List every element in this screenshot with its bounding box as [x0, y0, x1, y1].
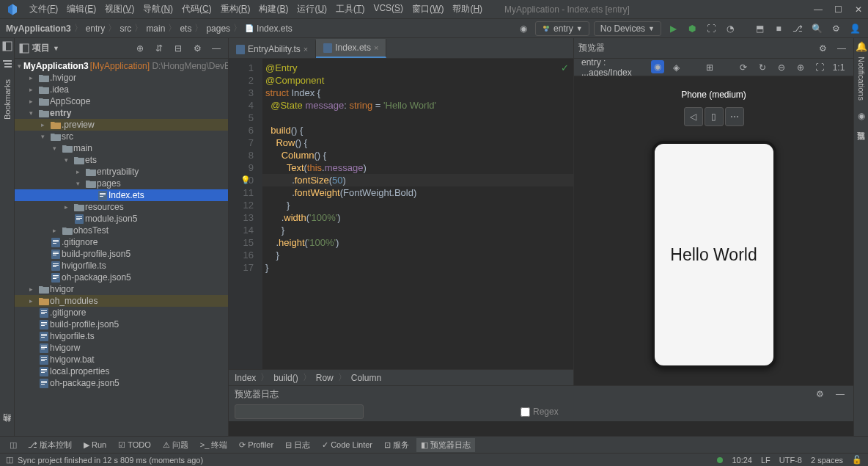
close-button[interactable]: ✕ — [855, 4, 862, 15]
bottom-tab[interactable]: ◧预览器日志 — [416, 438, 475, 452]
bookmarks-tool-button[interactable]: Bookmarks — [3, 76, 12, 123]
code-line[interactable]: .fontWeight(FontWeight.Bold) — [262, 186, 573, 199]
file-encoding[interactable]: UTF-8 — [779, 456, 802, 465]
code-line[interactable]: struct Index { — [262, 87, 573, 99]
target-icon[interactable]: ⊕ — [133, 41, 147, 56]
tree-row[interactable]: build-profile.json5 — [15, 248, 228, 260]
tree-row[interactable]: ▾pages — [15, 178, 228, 189]
structure-tool-icon[interactable] — [2, 59, 12, 69]
close-tab-icon[interactable]: × — [304, 45, 308, 54]
editor-breadcrumb-item[interactable]: Column — [351, 373, 381, 383]
settings-icon[interactable]: ⚙ — [815, 41, 830, 56]
attach-button[interactable]: ⬒ — [752, 21, 767, 36]
vcs-button[interactable]: ⎇ — [790, 21, 805, 36]
rotate-icon[interactable]: ↻ — [755, 60, 770, 75]
fit-icon[interactable]: ⛶ — [812, 60, 827, 75]
run-config-selector[interactable]: entry ▼ — [535, 21, 589, 36]
intention-bulb-icon[interactable]: 💡 — [240, 174, 251, 186]
code-line[interactable]: } — [262, 261, 573, 274]
menu-item[interactable]: 编辑(E) — [62, 1, 100, 17]
indent-setting[interactable]: 2 spaces — [811, 456, 843, 465]
tree-row[interactable]: hvigorw.bat — [15, 354, 228, 365]
breadcrumb-item[interactable]: Index.ets — [257, 23, 293, 34]
editor-breadcrumb-item[interactable]: build() — [273, 373, 298, 383]
zoom-in-icon[interactable]: ⊕ — [793, 60, 808, 75]
structure-tool-button[interactable]: 结构 — [1, 426, 12, 432]
settings-icon[interactable]: ⚙ — [190, 41, 205, 56]
tree-row[interactable]: ▸entryability — [15, 166, 228, 178]
regex-checkbox[interactable]: Regex — [521, 407, 559, 417]
tree-row[interactable]: hvigorw — [15, 342, 228, 354]
bottom-tab[interactable]: ☑TODO — [114, 439, 155, 451]
notifications-tool-button[interactable]: Notifications — [857, 52, 866, 105]
code-line[interactable]: Row() { — [262, 136, 573, 149]
code-line[interactable]: .width('100%') — [262, 211, 573, 224]
tree-root[interactable]: ▾MyApplication3 [MyApplication] D:\HongM… — [15, 60, 228, 72]
minimize-button[interactable]: — — [814, 4, 821, 15]
scale-icon[interactable]: 1:1 — [831, 60, 846, 75]
zoom-out-icon[interactable]: ⊖ — [774, 60, 789, 75]
tree-row[interactable]: hvigorfile.ts — [15, 330, 228, 342]
code-line[interactable]: .height('100%') — [262, 236, 573, 249]
tree-row[interactable]: .gitignore — [15, 307, 228, 318]
code-line[interactable]: 💡 .fontSize(50) — [262, 174, 573, 186]
tree-row[interactable]: module.json5 — [15, 213, 228, 225]
menu-item[interactable]: 运行(U) — [293, 1, 331, 17]
code-line[interactable]: } — [262, 249, 573, 261]
maximize-button[interactable]: ☐ — [834, 4, 842, 15]
breadcrumb-item[interactable]: ets — [180, 23, 191, 34]
code-line[interactable]: build() { — [262, 124, 573, 136]
tree-row[interactable]: ▸.preview — [15, 119, 228, 131]
refresh-icon[interactable]: ⟳ — [736, 60, 751, 75]
tree-row[interactable]: ▾entry — [15, 107, 228, 119]
tree-row[interactable]: ▸oh_modules — [15, 295, 228, 307]
user-button[interactable]: 👤 — [847, 21, 862, 36]
tree-row[interactable]: Index.ets — [15, 189, 228, 201]
stop-button[interactable]: ■ — [771, 21, 786, 36]
editor-code[interactable]: ✓ @Entry@Componentstruct Index { @State … — [262, 59, 573, 369]
code-line[interactable]: Column() { — [262, 149, 573, 161]
orientation-button[interactable]: ▯ — [705, 107, 724, 126]
bottom-tab[interactable]: ⟳Profiler — [235, 439, 278, 451]
code-line[interactable]: @State message: string = 'Hello World' — [262, 99, 573, 112]
editor-breadcrumb-item[interactable]: Row — [316, 373, 334, 383]
menu-item[interactable]: 重构(R) — [216, 1, 255, 17]
menu-item[interactable]: 工具(T) — [331, 1, 369, 17]
code-line[interactable]: @Component — [262, 74, 573, 87]
main-menu[interactable]: 文件(F)编辑(E)视图(V)导航(N)代码(C)重构(R)构建(B)运行(U)… — [25, 1, 487, 17]
bottom-left-icon[interactable]: ◫ — [6, 437, 21, 452]
tree-row[interactable]: build-profile.json5 — [15, 318, 228, 330]
run-button[interactable]: ▶ — [666, 21, 680, 36]
menu-item[interactable]: 窗口(W) — [408, 1, 448, 17]
hide-panel-button[interactable]: — — [834, 41, 849, 56]
editor-tab[interactable]: EntryAbility.ts× — [229, 40, 316, 58]
eye-icon[interactable]: ◉ — [651, 60, 664, 73]
coverage-button[interactable]: ⛶ — [704, 21, 718, 36]
tree-row[interactable]: .gitignore — [15, 236, 228, 248]
tree-row[interactable]: ▸.hvigor — [15, 72, 228, 84]
tree-row[interactable]: ▸ohosTest — [15, 225, 228, 236]
hide-panel-button[interactable]: — — [209, 41, 224, 56]
line-separator[interactable]: LF — [761, 456, 770, 465]
grid-icon[interactable]: ⊞ — [702, 60, 717, 75]
more-button[interactable]: ⋯ — [725, 107, 744, 126]
hide-panel-button[interactable]: — — [833, 387, 847, 401]
editor-breadcrumb[interactable]: Index〉build()〉Row〉Column — [229, 369, 573, 385]
editor-breadcrumb-item[interactable]: Index — [235, 373, 256, 383]
compass-icon[interactable]: ◉ — [516, 21, 531, 36]
breadcrumb[interactable]: MyApplication3〉entry〉src〉main〉ets〉pages〉… — [6, 22, 293, 34]
tree-row[interactable]: local.properties — [15, 365, 228, 377]
search-button[interactable]: 🔍 — [809, 21, 824, 36]
menu-item[interactable]: 帮助(H) — [448, 1, 487, 17]
bottom-toolbar[interactable]: ◫ ⎇版本控制▶Run☑TODO⚠问题>_终端⟳Profiler⊟日志✓Code… — [0, 436, 868, 453]
tree-row[interactable]: ▾src — [15, 131, 228, 142]
menu-item[interactable]: 构建(B) — [254, 1, 293, 17]
settings-icon[interactable]: ⚙ — [812, 387, 827, 401]
bottom-tab[interactable]: ✓Code Linter — [317, 439, 377, 451]
cursor-position[interactable]: 10:24 — [732, 456, 752, 465]
breadcrumb-item[interactable]: pages — [206, 23, 230, 34]
breadcrumb-item[interactable]: src — [119, 23, 131, 34]
previewer-tool-button[interactable]: 预览器 — [856, 121, 867, 130]
profile-button[interactable]: ◔ — [723, 21, 738, 36]
tree-row[interactable]: ▾main — [15, 142, 228, 154]
